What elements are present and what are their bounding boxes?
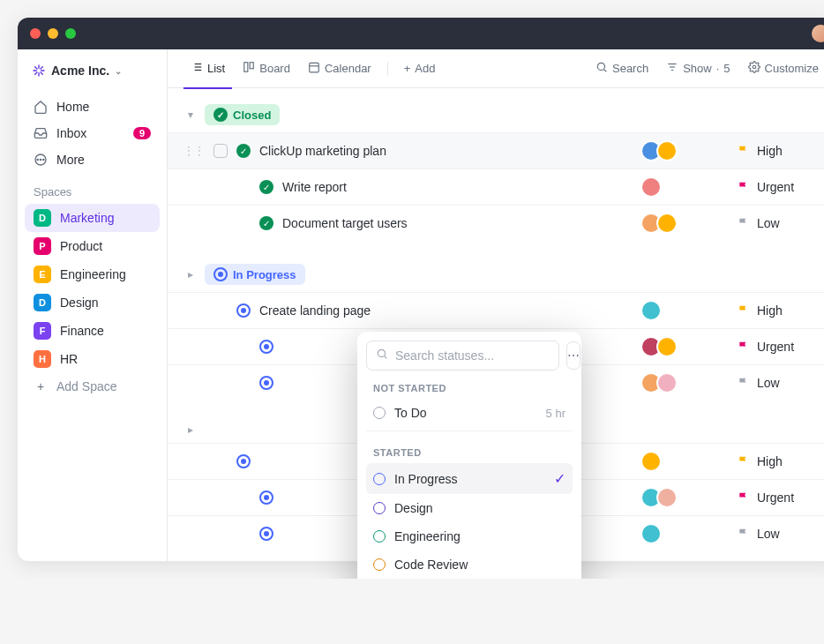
- priority-cell[interactable]: Low: [738, 376, 824, 390]
- show-button[interactable]: Show · 5: [659, 56, 737, 81]
- task-title[interactable]: Write report: [282, 180, 632, 194]
- view-list[interactable]: List: [184, 56, 232, 81]
- drag-handle-icon[interactable]: ⋮⋮: [184, 145, 205, 157]
- space-label: Finance: [60, 324, 104, 338]
- maximize-window-icon[interactable]: [65, 28, 76, 39]
- svg-rect-18: [244, 63, 248, 72]
- assignee-avatar[interactable]: [656, 336, 678, 357]
- assignee-avatar[interactable]: [640, 300, 662, 321]
- search-icon: [376, 348, 388, 363]
- sidebar: Acme Inc. ⌄ Home Inbox 9 More Spaces: [18, 49, 168, 561]
- assignees: [640, 523, 729, 544]
- inbox-icon: [34, 126, 48, 140]
- assignee-avatar[interactable]: [656, 140, 678, 161]
- task-row[interactable]: ⋮⋮✓ClickUp marketing planHigh: [168, 132, 824, 168]
- filter-icon: [666, 61, 678, 76]
- priority-cell[interactable]: Urgent: [738, 340, 824, 354]
- space-color-icon: P: [34, 237, 51, 255]
- sidebar-space-design[interactable]: DDesign: [25, 288, 160, 317]
- priority-cell[interactable]: Low: [738, 216, 824, 230]
- space-label: Product: [60, 239, 102, 253]
- task-row[interactable]: ⋮⋮✓Document target usersLow: [168, 205, 824, 241]
- task-checkbox[interactable]: [213, 144, 228, 158]
- priority-cell[interactable]: High: [738, 303, 824, 318]
- status-icon[interactable]: [259, 490, 273, 505]
- view-board[interactable]: Board: [236, 56, 297, 81]
- svg-line-5: [41, 72, 42, 74]
- group-closed-header[interactable]: ▾ ✓ Closed: [168, 97, 824, 132]
- sidebar-space-finance[interactable]: FFinance: [25, 317, 160, 345]
- space-color-icon: H: [34, 350, 51, 368]
- status-pill-inprogress[interactable]: In Progress: [205, 264, 305, 285]
- search-button[interactable]: Search: [588, 56, 655, 81]
- status-more-button[interactable]: ⋯: [566, 341, 581, 370]
- status-icon[interactable]: [259, 527, 273, 541]
- nav-inbox[interactable]: Inbox 9: [25, 120, 160, 146]
- status-search-input[interactable]: [366, 341, 559, 371]
- priority-cell[interactable]: Urgent: [738, 490, 824, 505]
- search-icon: [596, 61, 608, 76]
- main-panel: List Board Calendar + Add: [168, 49, 824, 561]
- status-color-icon: [373, 530, 386, 543]
- assignee-avatar[interactable]: [640, 523, 662, 544]
- status-icon[interactable]: ✓: [259, 216, 273, 230]
- status-pill-closed[interactable]: ✓ Closed: [205, 104, 280, 125]
- assignee-avatar[interactable]: [640, 451, 662, 472]
- add-space-button[interactable]: + Add Space: [25, 373, 160, 400]
- task-row[interactable]: ⋮⋮Create landing pageHigh: [168, 292, 824, 328]
- sidebar-space-product[interactable]: PProduct: [25, 232, 160, 260]
- status-option[interactable]: Engineering: [366, 522, 573, 550]
- assignee-avatar[interactable]: [656, 213, 678, 234]
- status-color-icon: [373, 407, 386, 419]
- status-color-icon: [373, 558, 386, 571]
- status-icon[interactable]: [236, 454, 251, 468]
- status-icon[interactable]: [236, 303, 251, 318]
- task-row[interactable]: ⋮⋮✓Write reportUrgent: [168, 168, 824, 205]
- status-option[interactable]: To Do5 hr: [366, 399, 573, 427]
- user-avatar[interactable]: [812, 25, 824, 42]
- priority-cell[interactable]: High: [738, 144, 824, 158]
- status-dropdown: ⋯ NOT STARTED To Do5 hr STARTED In Progr…: [357, 332, 581, 579]
- customize-button[interactable]: Customize: [741, 56, 824, 81]
- task-title[interactable]: ClickUp marketing plan: [259, 144, 632, 158]
- window-controls: [30, 28, 76, 39]
- view-calendar[interactable]: Calendar: [301, 56, 378, 81]
- assignee-avatar[interactable]: [640, 176, 662, 198]
- status-icon[interactable]: ✓: [236, 144, 251, 158]
- assignee-avatar[interactable]: [656, 487, 678, 508]
- status-option[interactable]: Design: [366, 494, 573, 522]
- priority-cell[interactable]: Urgent: [738, 180, 824, 194]
- status-icon[interactable]: ✓: [259, 180, 273, 194]
- assignee-avatar[interactable]: [656, 372, 678, 393]
- minimize-window-icon[interactable]: [48, 28, 58, 39]
- status-icon[interactable]: [259, 376, 273, 390]
- collapse-icon[interactable]: ▸: [184, 423, 198, 436]
- sidebar-space-marketing[interactable]: DMarketing: [25, 204, 160, 232]
- nav-more[interactable]: More: [25, 146, 160, 173]
- svg-line-4: [35, 67, 37, 69]
- svg-point-11: [43, 159, 44, 160]
- sidebar-space-engineering[interactable]: EEngineering: [25, 260, 160, 288]
- plus-icon: +: [34, 379, 48, 393]
- collapse-icon[interactable]: ▸: [184, 268, 198, 281]
- nav-home[interactable]: Home: [25, 94, 160, 120]
- status-option[interactable]: Code Review: [366, 550, 573, 579]
- task-title[interactable]: Document target users: [282, 216, 632, 230]
- close-window-icon[interactable]: [30, 28, 41, 39]
- group-inprogress-header[interactable]: ▸ In Progress: [168, 257, 824, 292]
- sidebar-space-hr[interactable]: HHR: [25, 345, 160, 373]
- workspace-switcher[interactable]: Acme Inc. ⌄: [25, 58, 160, 83]
- ellipsis-icon: ⋯: [567, 348, 580, 363]
- workspace-name: Acme Inc.: [51, 64, 109, 78]
- status-option[interactable]: In Progress✓: [366, 463, 573, 494]
- assignees: [640, 487, 729, 508]
- clickup-logo-icon: [32, 64, 46, 78]
- priority-cell[interactable]: Low: [738, 527, 824, 541]
- status-label: Engineering: [394, 529, 461, 543]
- collapse-icon[interactable]: ▾: [184, 109, 198, 121]
- priority-cell[interactable]: High: [738, 454, 824, 468]
- svg-line-6: [41, 67, 42, 69]
- status-icon[interactable]: [259, 340, 273, 354]
- task-title[interactable]: Create landing page: [259, 303, 632, 318]
- add-view-button[interactable]: + Add: [397, 56, 443, 80]
